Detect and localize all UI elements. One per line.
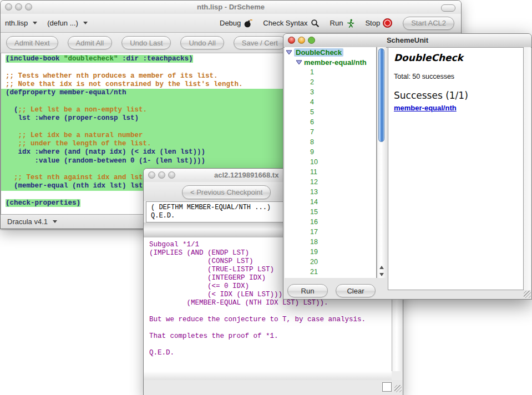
admit-all-button[interactable]: Admit All <box>68 36 113 49</box>
acl2-bottom-panel <box>144 380 403 395</box>
tree-case-item[interactable]: 4 <box>285 97 376 107</box>
run-button[interactable]: Run <box>330 19 355 28</box>
disclosure-triangle-icon[interactable] <box>286 50 292 55</box>
tree-case-item[interactable]: 9 <box>285 147 376 157</box>
check-syntax-button[interactable]: Check Syntax <box>263 19 319 28</box>
defun-dropdown-label: (defun ...) <box>47 19 78 27</box>
tree-item-label: member-equal/nth <box>304 58 367 67</box>
test-detail-panel: DoubleCheck Total: 50 successes Successe… <box>388 47 524 290</box>
tree-case-list: 123456789101112131415161718192021 <box>285 67 376 277</box>
runner-icon <box>346 19 354 28</box>
tree-case-item[interactable]: 3 <box>285 87 376 97</box>
check-syntax-label: Check Syntax <box>263 19 307 27</box>
schemeunit-window: SchemeUnit DoubleCheck member-equal/nth … <box>283 33 532 300</box>
horizontal-scrollbar[interactable] <box>144 371 392 381</box>
admit-next-button[interactable]: Admit Next <box>6 36 58 49</box>
tree-case-item[interactable]: 14 <box>285 197 376 207</box>
successes-heading: Successes (1/1) <box>394 90 523 101</box>
save-cert-button[interactable]: Save / Cert <box>234 36 286 49</box>
tree-case-item[interactable]: 7 <box>285 127 376 137</box>
tree-item-doublecheck[interactable]: DoubleCheck <box>285 47 376 57</box>
run-label: Run <box>330 19 343 27</box>
chevron-down-icon <box>53 220 57 223</box>
search-icon <box>311 19 320 28</box>
tree-case-item[interactable]: 2 <box>285 77 376 87</box>
language-dropdown[interactable]: Dracula v4.1 <box>7 217 57 226</box>
scroll-up-button[interactable] <box>377 264 386 271</box>
total-successes-text: Total: 50 successes <box>394 73 523 80</box>
previous-checkpoint-button[interactable]: < Previous Checkpoint <box>182 185 271 199</box>
undo-all-button[interactable]: Undo All <box>180 36 224 49</box>
schemeunit-titlebar[interactable]: SchemeUnit <box>283 34 531 48</box>
tree-case-item[interactable]: 18 <box>285 237 376 247</box>
clear-button[interactable]: Clear <box>336 284 376 297</box>
checkbox[interactable] <box>382 382 392 392</box>
tree-case-item[interactable]: 5 <box>285 107 376 117</box>
tree-scrollbar[interactable] <box>377 47 386 278</box>
tree-case-item[interactable]: 20 <box>285 257 376 267</box>
arrow-up-icon <box>379 266 384 269</box>
drscheme-toolbar: nth.lisp (defun ...) Debug <box>1 14 461 33</box>
start-acl2-button[interactable]: Start ACL2 <box>403 17 454 30</box>
toolbar-toggle-button[interactable] <box>441 4 455 12</box>
chevron-down-icon <box>83 22 88 24</box>
resize-grip[interactable] <box>394 385 402 392</box>
schemeunit-button-row: Run Clear <box>283 282 388 299</box>
test-results-tree[interactable]: DoubleCheck member-equal/nth 12345678910… <box>285 47 377 278</box>
tree-case-item[interactable]: 13 <box>285 187 376 197</box>
tree-case-item[interactable]: 12 <box>285 177 376 187</box>
tree-item-member-equal-nth[interactable]: member-equal/nth <box>285 57 376 67</box>
detail-scrollbar[interactable] <box>524 47 531 290</box>
member-equal-nth-link[interactable]: member-equal/nth <box>394 104 457 112</box>
defun-dropdown[interactable]: (defun ...) <box>47 19 88 27</box>
drscheme-titlebar[interactable]: nth.lisp - DrScheme <box>1 1 461 14</box>
stop-label: Stop <box>365 19 380 27</box>
scrollbar-thumb[interactable] <box>378 48 384 142</box>
stop-button[interactable]: Stop <box>365 18 392 28</box>
bomb-icon <box>244 19 252 28</box>
tree-case-item[interactable]: 21 <box>285 267 376 277</box>
language-label: Dracula v4.1 <box>7 217 48 226</box>
tree-case-item[interactable]: 10 <box>285 157 376 167</box>
resize-grip[interactable] <box>524 291 531 298</box>
file-dropdown[interactable]: nth.lisp <box>5 19 37 27</box>
arrow-down-icon <box>379 273 384 276</box>
tree-item-label: DoubleCheck <box>294 48 343 57</box>
tree-case-item[interactable]: 19 <box>285 247 376 257</box>
debug-label: Debug <box>220 19 241 27</box>
disclosure-triangle-icon[interactable] <box>296 60 302 65</box>
chevron-down-icon <box>33 22 37 24</box>
tree-case-item[interactable]: 15 <box>285 207 376 217</box>
tree-case-item[interactable]: 16 <box>285 217 376 227</box>
debug-button[interactable]: Debug <box>220 19 252 28</box>
tree-case-item[interactable]: 6 <box>285 117 376 127</box>
stop-icon <box>383 18 392 28</box>
window-title: SchemeUnit <box>283 36 531 44</box>
scroll-down-button[interactable] <box>377 271 386 278</box>
detail-heading: DoubleCheck <box>394 52 523 63</box>
run-tests-button[interactable]: Run <box>287 284 328 297</box>
tree-case-item[interactable]: 17 <box>285 227 376 237</box>
tree-case-item[interactable]: 1 <box>285 67 376 77</box>
file-dropdown-label: nth.lisp <box>5 19 28 27</box>
window-title: nth.lisp - DrScheme <box>1 3 461 11</box>
undo-last-button[interactable]: Undo Last <box>121 36 171 49</box>
tree-case-item[interactable]: 11 <box>285 167 376 177</box>
tree-case-item[interactable]: 8 <box>285 137 376 147</box>
